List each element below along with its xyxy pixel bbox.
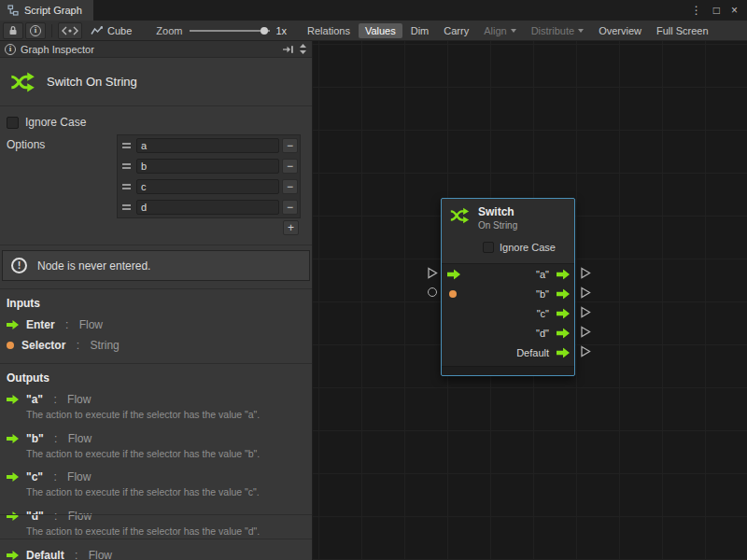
ignore-case-checkbox[interactable]	[483, 242, 494, 253]
warning-box: Node is never entered.	[2, 250, 310, 281]
inspect-toggle-button[interactable]	[25, 22, 46, 39]
align-button[interactable]: Align	[477, 23, 522, 38]
type-separator: :	[72, 549, 81, 560]
port-name: "a"	[26, 393, 43, 406]
flow-arrow-icon	[7, 511, 19, 521]
option-input[interactable]	[136, 159, 279, 174]
port-type: Flow	[68, 432, 92, 445]
drag-handle-icon[interactable]	[120, 204, 134, 210]
output-port-row: "a" : Flow	[0, 389, 312, 410]
switch-node[interactable]: Switch On String Ignore Case "a"	[441, 198, 575, 376]
tab-label: Script Graph	[24, 5, 82, 16]
tab-bar-empty	[93, 0, 682, 21]
divider	[0, 514, 312, 515]
remove-button[interactable]: −	[282, 179, 298, 194]
inspector-header-title: Graph Inspector	[21, 44, 94, 55]
info-icon	[5, 44, 16, 55]
port-name: Default	[26, 549, 64, 560]
port-label: "a"	[536, 269, 549, 280]
flow-output-port[interactable]	[557, 288, 570, 299]
ext-flow-triangle[interactable]	[580, 345, 591, 357]
option-input[interactable]	[136, 138, 279, 153]
type-separator: :	[51, 432, 61, 445]
inputs-header: Inputs	[0, 289, 312, 315]
remove-button[interactable]: −	[282, 138, 298, 153]
selector-input-port[interactable]	[449, 290, 457, 298]
node-port-row: Default	[442, 343, 574, 362]
graph-breadcrumb[interactable]: Cube	[91, 25, 132, 36]
flow-output-port[interactable]	[557, 328, 570, 338]
inspector-header: Graph Inspector	[0, 41, 312, 58]
ext-flow-triangle[interactable]	[580, 267, 591, 279]
option-row: −	[118, 135, 300, 156]
port-name: "b"	[26, 432, 44, 445]
remove-button[interactable]: −	[282, 200, 298, 215]
graph-inspector-panel: Graph Inspector Switch On String Ignore …	[0, 41, 313, 560]
zoom-slider[interactable]	[190, 30, 270, 32]
dim-button[interactable]: Dim	[404, 23, 436, 38]
port-description: The action to execute if the selector ha…	[26, 486, 306, 499]
output-entry: "a" : Flow The action to execute if the …	[0, 389, 312, 422]
type-separator: :	[51, 510, 61, 523]
toolbar-separator	[51, 24, 52, 37]
flow-output-port[interactable]	[557, 347, 570, 357]
distribute-button[interactable]: Distribute	[525, 23, 590, 38]
drag-handle-icon[interactable]	[120, 163, 134, 169]
overview-button[interactable]: Overview	[592, 23, 648, 38]
switch-icon	[9, 69, 35, 95]
ignore-case-checkbox[interactable]	[7, 117, 19, 129]
node-titles: Switch On String	[478, 205, 517, 231]
maximize-icon[interactable]: □	[713, 4, 720, 17]
flow-arrow-icon	[7, 472, 19, 482]
divider	[0, 245, 312, 245]
lock-button[interactable]	[3, 22, 23, 39]
zoom-value: 1x	[275, 25, 287, 36]
drag-handle-icon[interactable]	[120, 184, 134, 189]
port-type: Flow	[89, 549, 112, 560]
edit-graph-button[interactable]	[58, 22, 82, 39]
ext-flow-triangle[interactable]	[580, 326, 591, 338]
option-input[interactable]	[136, 200, 279, 215]
ext-flow-triangle[interactable]	[427, 267, 438, 279]
port-label: Default	[516, 347, 549, 358]
flow-output-port[interactable]	[557, 269, 570, 279]
ext-flow-triangle[interactable]	[580, 287, 591, 299]
type-separator: :	[50, 393, 60, 406]
ext-flow-triangle[interactable]	[580, 306, 591, 318]
full-screen-button[interactable]: Full Screen	[650, 23, 715, 38]
warning-icon	[11, 258, 27, 273]
type-separator: :	[73, 339, 82, 352]
port-type: String	[90, 339, 119, 352]
remove-button[interactable]: −	[282, 159, 298, 174]
info-icon	[30, 25, 41, 36]
tab-script-graph[interactable]: Script Graph	[0, 0, 93, 21]
flow-input-port[interactable]	[447, 269, 460, 279]
zoom-handle[interactable]	[261, 27, 268, 35]
graph-canvas[interactable]: Switch On String Ignore Case "a"	[313, 41, 747, 560]
string-dot-icon	[7, 342, 14, 349]
close-icon[interactable]: ×	[731, 4, 738, 17]
carry-button[interactable]: Carry	[437, 23, 475, 38]
scroll-arrows-icon[interactable]	[299, 43, 307, 55]
option-input[interactable]	[136, 179, 279, 194]
lock-icon	[8, 25, 18, 35]
graph-asset-icon	[91, 26, 103, 35]
window-menu-icon[interactable]: ⋮	[691, 4, 702, 17]
relations-button[interactable]: Relations	[301, 23, 357, 38]
ext-value-circle[interactable]	[428, 287, 437, 297]
node-port-row: "b"	[442, 284, 574, 303]
values-button[interactable]: Values	[359, 23, 402, 38]
output-entry: "b" : Flow The action to execute if the …	[0, 428, 312, 461]
dock-icon[interactable]	[282, 45, 294, 54]
input-port-row: Enter : Flow	[0, 315, 312, 335]
drag-handle-icon[interactable]	[120, 143, 134, 148]
add-button[interactable]: +	[283, 220, 299, 235]
flow-output-port[interactable]	[557, 308, 570, 318]
port-name: "d"	[26, 510, 44, 523]
chevron-down-icon	[578, 29, 584, 33]
options-list: − − −	[117, 134, 301, 237]
option-row: −	[118, 156, 300, 176]
divider	[0, 539, 312, 539]
ignore-case-row: Ignore Case	[0, 106, 312, 131]
node-ports: "a" "b" "c" "d"	[442, 263, 574, 366]
